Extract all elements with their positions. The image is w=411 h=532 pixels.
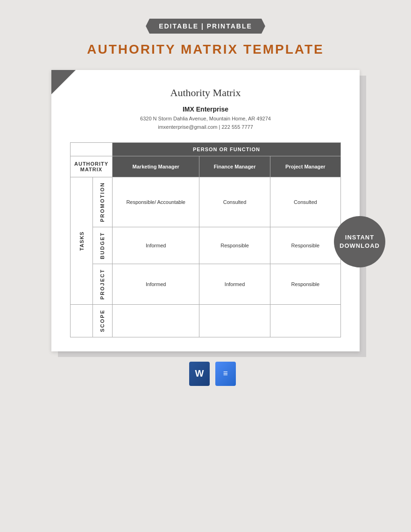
- col-project-manager: Project Manager: [270, 156, 340, 177]
- task-project: PROJECT: [92, 264, 112, 305]
- table-row: SCOPE: [71, 305, 341, 337]
- col-finance-manager: Finance Manager: [199, 156, 270, 177]
- cell-project-finance: Informed: [199, 264, 270, 305]
- doc-content: Authority Matrix IMX Enterprise 6320 N S…: [51, 70, 360, 337]
- doc-page: Authority Matrix IMX Enterprise 6320 N S…: [51, 70, 360, 351]
- table-subheader-row: AUTHORITY MATRIX Marketing Manager Finan…: [71, 156, 341, 177]
- cell-scope-project: [270, 305, 340, 337]
- tasks-label-2: [71, 305, 93, 337]
- cell-budget-marketing: Informed: [112, 227, 199, 264]
- cell-promotion-marketing: Responsible/ Accountable: [112, 177, 199, 227]
- authority-matrix-table: PERSON OR FUNCTION AUTHORITY MATRIX Mark…: [70, 142, 341, 337]
- person-or-function-header: PERSON OR FUNCTION: [112, 143, 340, 156]
- empty-header: [71, 143, 113, 156]
- cell-project-marketing: Informed: [112, 264, 199, 305]
- document-container: Authority Matrix IMX Enterprise 6320 N S…: [51, 70, 360, 351]
- document-title: Authority Matrix: [70, 87, 341, 99]
- corner-fold: [51, 70, 76, 94]
- cell-scope-marketing: [112, 305, 199, 337]
- cell-promotion-project: Consulted: [270, 177, 340, 227]
- tasks-label: TASKS: [71, 177, 93, 305]
- table-row: BUDGET Informed Responsible Responsible: [71, 227, 341, 264]
- docs-icon: [215, 362, 236, 386]
- editable-printable-banner: EDITABLE | PRINTABLE: [146, 19, 265, 34]
- cell-budget-finance: Responsible: [199, 227, 270, 264]
- table-header-row: PERSON OR FUNCTION: [71, 143, 341, 156]
- task-promotion: PROMOTION: [92, 177, 112, 227]
- company-name: IMX Enterprise: [70, 105, 341, 113]
- cell-promotion-finance: Consulted: [199, 177, 270, 227]
- page-title: AUTHORITY MATRIX TEMPLATE: [87, 42, 324, 57]
- authority-matrix-label: AUTHORITY MATRIX: [71, 156, 113, 177]
- company-address: 6320 N Storm Dahlia Avenue, Mountain Hom…: [70, 115, 341, 131]
- instant-download-badge: INSTANT DOWNLOAD: [334, 216, 385, 267]
- table-row: TASKS PROMOTION Responsible/ Accountable…: [71, 177, 341, 227]
- table-row: PROJECT Informed Informed Responsible: [71, 264, 341, 305]
- cell-scope-finance: [199, 305, 270, 337]
- footer-icons: [175, 362, 236, 386]
- word-icon: [189, 362, 210, 386]
- task-budget: BUDGET: [92, 227, 112, 264]
- task-scope: SCOPE: [92, 305, 112, 337]
- cell-project-project: Responsible: [270, 264, 340, 305]
- cell-budget-project: Responsible: [270, 227, 340, 264]
- col-marketing-manager: Marketing Manager: [112, 156, 199, 177]
